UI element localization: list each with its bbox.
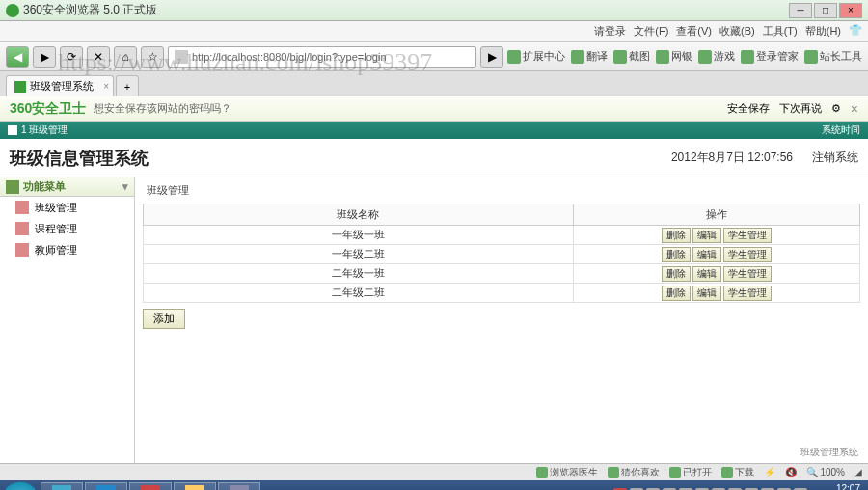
go-button[interactable]: ▶ [480,46,503,68]
sidebar-title: 功能菜单 [23,179,66,194]
tab-active[interactable]: 班级管理系统 × [6,75,114,96]
app-icon [6,4,19,17]
op-button[interactable]: 删除 [662,247,691,262]
cell-name: 一年级二班 [144,245,574,264]
brand-settings-icon[interactable]: ⚙ [831,102,841,115]
sidebar-item-label: 课程管理 [35,222,77,236]
sidebar-item-label: 教师管理 [35,243,77,258]
task-ie[interactable] [41,482,83,490]
op-button[interactable]: 编辑 [692,228,721,243]
task-app1[interactable] [129,482,172,490]
task-ie2[interactable] [85,482,127,490]
op-button[interactable]: 学生管理 [723,228,772,243]
table-row: 二年级一班删除编辑学生管理 [144,264,860,284]
page-title: 班级信息管理系统 [10,147,671,170]
status-mute[interactable]: 🔇 [785,467,797,477]
cell-name: 二年级一班 [144,264,574,284]
op-button[interactable]: 删除 [662,286,691,301]
menu-fav[interactable]: 收藏(B) [719,24,755,39]
course-icon [15,222,29,235]
teacher-icon [15,243,29,257]
tool-seo[interactable]: 站长工具 [804,49,862,64]
add-button[interactable]: 添加 [143,309,185,329]
brand-close-icon[interactable]: × [851,101,858,117]
col-ops: 操作 [573,204,859,226]
sidebar-item-class[interactable]: 班级管理 [0,197,134,218]
status-guess[interactable]: 猜你喜欢 [608,466,660,479]
app-header: 1 班级管理 系统时间 [0,122,868,139]
back-button[interactable]: ◀ [6,46,29,68]
cell-ops: 删除编辑学生管理 [573,226,859,245]
status-resize[interactable]: ◢ [854,467,862,477]
status-zoom[interactable]: 🔍100% [806,467,845,477]
home-button[interactable]: ⌂ [114,46,137,68]
tab-favicon [14,81,26,93]
sidebar-item-label: 班级管理 [35,201,77,215]
table-row: 一年级一班删除编辑学生管理 [144,226,860,245]
forward-button[interactable]: ▶ [33,46,56,68]
tab-close-icon[interactable]: × [103,81,109,92]
menu-skin-icon[interactable]: 👕 [849,24,862,39]
sidebar-item-course[interactable]: 课程管理 [0,218,134,239]
table-row: 二年级二班删除编辑学生管理 [144,284,860,303]
status-doctor[interactable]: 浏览器医生 [536,466,598,479]
status-opened[interactable]: 已打开 [669,466,712,479]
window-title-bar: 360安全浏览器 5.0 正式版 ─ □ × [0,0,868,21]
tool-trans[interactable]: 翻译 [571,49,608,64]
op-button[interactable]: 学生管理 [723,286,772,301]
star-button[interactable]: ☆ [141,46,164,68]
url-bar[interactable]: http://localhost:8080/bjgl/login?type=lo… [168,46,476,68]
taskbar: ⊞ 12:07 2012-08-07 [0,480,868,490]
op-button[interactable]: 编辑 [692,286,721,301]
menu-bar: 请登录 文件(F) 查看(V) 收藏(B) 工具(T) 帮助(H) 👕 [0,21,868,42]
stop-button[interactable]: ✕ [87,46,110,68]
menu-help[interactable]: 帮助(H) [805,24,841,39]
task-explorer[interactable] [174,482,216,490]
tray-clock[interactable]: 12:07 2012-08-07 [811,483,860,490]
status-download[interactable]: 下载 [721,466,754,479]
login-link[interactable]: 请登录 [594,24,626,39]
main-breadcrumb: 班级管理 [143,181,860,200]
status-bar: 浏览器医生 猜你喜欢 已打开 下载 ⚡ 🔇 🔍100% ◢ [0,463,868,480]
cell-ops: 删除编辑学生管理 [573,245,859,264]
tool-bank[interactable]: 网银 [656,49,692,64]
logout-link[interactable]: 注销系统 [812,150,858,166]
cell-name: 二年级二班 [144,284,574,303]
op-button[interactable]: 编辑 [692,247,721,262]
op-button[interactable]: 学生管理 [723,266,772,282]
op-button[interactable]: 删除 [662,266,691,282]
app-header-icon [8,125,17,135]
task-app2[interactable] [218,482,260,490]
tab-strip: 班级管理系统 × + [0,71,868,96]
op-button[interactable]: 编辑 [692,266,721,282]
brand-never[interactable]: 下次再说 [779,101,822,116]
sidebar-item-teacher[interactable]: 教师管理 [0,239,134,260]
sidebar-header: 功能菜单 ▾ [0,177,134,197]
tool-login[interactable]: 登录管家 [741,49,799,64]
table-row: 一年级二班删除编辑学生管理 [144,245,860,264]
status-speed[interactable]: ⚡ [764,467,775,477]
tool-game[interactable]: 游戏 [698,49,735,64]
close-button[interactable]: × [839,3,862,18]
content-header: 班级信息管理系统 2012年8月7日 12:07:56 注销系统 [0,139,868,177]
brand-save[interactable]: 安全保存 [727,101,770,116]
menu-tools[interactable]: 工具(T) [763,24,798,39]
op-button[interactable]: 删除 [662,228,691,243]
new-tab-button[interactable]: + [116,75,139,96]
tool-shot[interactable]: 截图 [613,49,650,64]
brand-bar: 360安全卫士 想安全保存该网站的密码吗？ 安全保存 下次再说 ⚙ × [0,96,868,122]
tray: 12:07 2012-08-07 [613,483,864,490]
sidebar-toggle-icon[interactable]: ▾ [122,180,128,193]
menu-file[interactable]: 文件(F) [634,24,668,39]
menu-view[interactable]: 查看(V) [676,24,712,39]
start-button[interactable]: ⊞ [4,482,37,490]
reload-button[interactable]: ⟳ [60,46,83,68]
minimize-button[interactable]: ─ [789,3,812,18]
page-datetime: 2012年8月7日 12:07:56 [671,150,793,166]
maximize-button[interactable]: □ [814,3,837,18]
url-text: http://localhost:8080/bjgl/login?type=lo… [192,51,387,63]
op-button[interactable]: 学生管理 [723,247,772,262]
tool-ext[interactable]: 扩展中心 [507,49,565,64]
app-header-title: 1 班级管理 [21,123,68,137]
tab-label: 班级管理系统 [30,79,94,94]
